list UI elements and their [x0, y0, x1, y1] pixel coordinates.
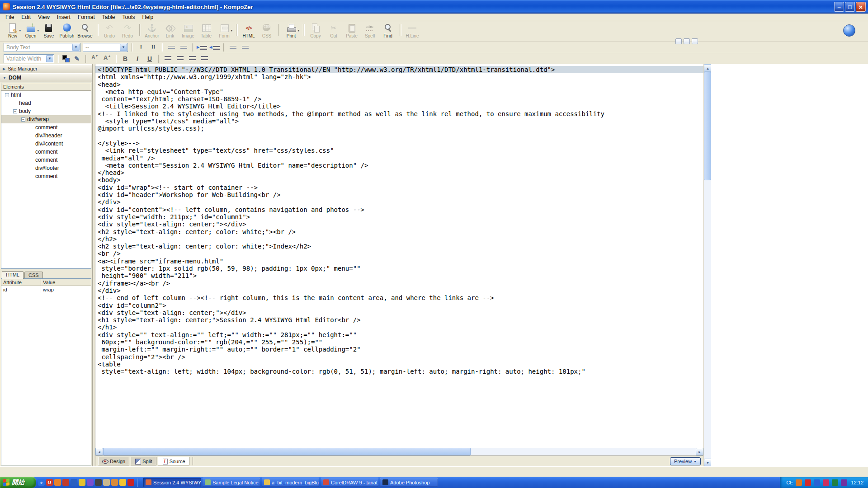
- scroll-left-button[interactable]: ◂: [95, 448, 103, 455]
- winamp-icon[interactable]: [95, 479, 102, 486]
- paragraph-style-select[interactable]: Body Text ▼: [4, 43, 80, 52]
- image-button[interactable]: ▾ Image: [179, 22, 197, 38]
- copy-button[interactable]: ▾ Copy: [307, 22, 325, 38]
- source-line[interactable]: <h2 style="text-align: center; color: wh…: [95, 243, 703, 250]
- dropdown-arrow-icon[interactable]: ▾: [231, 29, 232, 33]
- tree-expander-icon[interactable]: [21, 117, 25, 122]
- horizontal-scrollbar-track[interactable]: [103, 448, 696, 455]
- tree-item-div-wrap[interactable]: div#wrap: [1, 115, 91, 123]
- css-button[interactable]: ▾ CSS: [258, 22, 276, 38]
- scroll-up-button[interactable]: ▴: [704, 64, 712, 72]
- html-button[interactable]: ▾ HTML: [240, 22, 258, 38]
- tree-item-body[interactable]: body: [1, 107, 91, 115]
- source-line[interactable]: 60px;="" background-color:="" rgb(204,="…: [95, 338, 703, 346]
- security-shield-icon[interactable]: [62, 479, 69, 486]
- chevron-down-icon[interactable]: ▼: [72, 44, 80, 51]
- dom-panel-header[interactable]: ▼ DOM: [0, 73, 92, 82]
- definition-term-button[interactable]: [228, 43, 238, 52]
- source-line[interactable]: <div style="text-align: center;"></div>: [95, 309, 703, 316]
- source-line[interactable]: <div id="header">Workshop for Web-Buildi…: [95, 191, 703, 198]
- open-button[interactable]: ▾ Open: [22, 22, 40, 38]
- html-tab[interactable]: HTML: [2, 271, 24, 279]
- source-line[interactable]: <br />: [95, 250, 703, 257]
- minimize-button[interactable]: [834, 2, 844, 12]
- tree-expander-icon[interactable]: [13, 109, 17, 113]
- source-line[interactable]: <link rel="stylesheet" type="text/css" h…: [95, 147, 703, 154]
- bulleted-list-button[interactable]: [179, 43, 189, 52]
- source-line[interactable]: <table: [95, 361, 703, 368]
- source-line[interactable]: </head>: [95, 169, 703, 176]
- task-folder[interactable]: a_bit_modern_bigBlue: [262, 478, 319, 487]
- indent-button[interactable]: ▶: [197, 43, 207, 52]
- source-line[interactable]: style="border: 1px solid rgb(50, 59, 98)…: [95, 265, 703, 272]
- new-button[interactable]: ▾ New: [4, 22, 22, 38]
- menu-item[interactable]: View: [34, 14, 53, 21]
- close-button[interactable]: [856, 2, 866, 12]
- design-tab[interactable]: Design: [98, 457, 129, 465]
- scroll-down-button[interactable]: ▾: [704, 459, 712, 466]
- chevron-down-icon[interactable]: ▼: [120, 44, 127, 51]
- align-center-button[interactable]: [175, 54, 185, 63]
- media-player-icon[interactable]: [87, 479, 94, 486]
- class-select[interactable]: -- ▼: [83, 43, 128, 52]
- source-line[interactable]: <style type="text/css" media="all">: [95, 117, 703, 125]
- vertical-scrollbar[interactable]: ▴ ▾: [703, 64, 711, 466]
- source-line[interactable]: media="all" />: [95, 155, 703, 162]
- scroll-right-button[interactable]: ▸: [696, 448, 703, 455]
- source-line[interactable]: margin-left:="" margin-right:="" auto;="…: [95, 346, 703, 353]
- source-line[interactable]: </div>: [95, 198, 703, 206]
- opera-icon[interactable]: O: [46, 479, 53, 486]
- source-line[interactable]: <meta http-equiv="Content-Type": [95, 88, 703, 95]
- eyedropper-icon[interactable]: [692, 38, 698, 44]
- source-line[interactable]: <h2 style="text-align: center; color: wh…: [95, 228, 703, 235]
- numbered-list-button[interactable]: [166, 43, 176, 52]
- firefox-icon[interactable]: [54, 479, 61, 486]
- source-tab[interactable]: Source: [158, 457, 189, 465]
- tree-item-head[interactable]: head: [1, 99, 91, 107]
- undo-button[interactable]: ▾ Undo: [100, 22, 118, 38]
- tree-item-html[interactable]: html: [1, 91, 91, 99]
- source-line[interactable]: @import url(css/styles.css);: [95, 125, 703, 132]
- source-line[interactable]: <div id="content"><!-- left column, cont…: [95, 206, 703, 213]
- outdent-button[interactable]: ◀: [209, 43, 220, 52]
- spell-button[interactable]: ▾ Spell: [361, 22, 379, 38]
- source-line[interactable]: <body>: [95, 176, 703, 183]
- task-legal-notice[interactable]: Sample Legal Notice - ...: [203, 478, 260, 487]
- messenger-icon[interactable]: [71, 479, 77, 486]
- toolbar-grip[interactable]: [137, 478, 138, 487]
- ie-icon[interactable]: e: [38, 479, 45, 486]
- justify-button[interactable]: [199, 54, 209, 63]
- underline-button[interactable]: U: [145, 54, 155, 63]
- source-line[interactable]: <meta content="Session 2.4 WYSIWYG Html …: [95, 162, 703, 169]
- save-button[interactable]: ▾ Save: [40, 22, 58, 38]
- dropdown-arrow-icon[interactable]: ▾: [297, 29, 299, 33]
- menu-item[interactable]: File: [2, 14, 18, 21]
- print-button[interactable]: ▾ Print: [282, 22, 300, 38]
- redo-button[interactable]: ▾ Redo: [118, 22, 137, 38]
- scheduler-tray-icon[interactable]: [841, 479, 847, 486]
- tree-item-comment[interactable]: comment: [1, 148, 91, 156]
- larger-font-button[interactable]: A▲: [102, 54, 112, 63]
- dropdown-arrow-icon[interactable]: ▾: [37, 29, 39, 33]
- tree-expander-icon[interactable]: [5, 93, 9, 97]
- site-manager-panel-header[interactable]: ▶ Site Manager: [0, 64, 92, 73]
- source-line[interactable]: </iframe></a><br />: [95, 280, 703, 287]
- table-button[interactable]: ▾ Table: [197, 22, 215, 38]
- publish-button[interactable]: ▾ Publish: [58, 22, 76, 38]
- source-line[interactable]: <a><iframe src="iframe-menu.html": [95, 258, 703, 265]
- language-indicator[interactable]: CE: [786, 480, 793, 485]
- network-tray-icon[interactable]: [814, 479, 820, 486]
- source-line[interactable]: </h2>: [95, 235, 703, 243]
- pen-icon[interactable]: [111, 479, 118, 486]
- magnifier-icon[interactable]: [675, 38, 682, 44]
- source-line[interactable]: <div style="width: 211px;" id="column1">: [95, 213, 703, 221]
- vertical-scrollbar-track[interactable]: [704, 72, 711, 459]
- highlight-color-button[interactable]: ✎: [72, 54, 82, 63]
- split-tab[interactable]: Split: [131, 457, 156, 465]
- value-column-header[interactable]: Value: [41, 279, 91, 286]
- im-tray-icon[interactable]: [823, 479, 829, 486]
- form-button[interactable]: ▾ Form: [215, 22, 233, 38]
- update-tray-icon[interactable]: [796, 479, 802, 486]
- elements-column-header[interactable]: Elements: [1, 83, 91, 91]
- dropdown-arrow-icon[interactable]: ▾: [19, 29, 21, 33]
